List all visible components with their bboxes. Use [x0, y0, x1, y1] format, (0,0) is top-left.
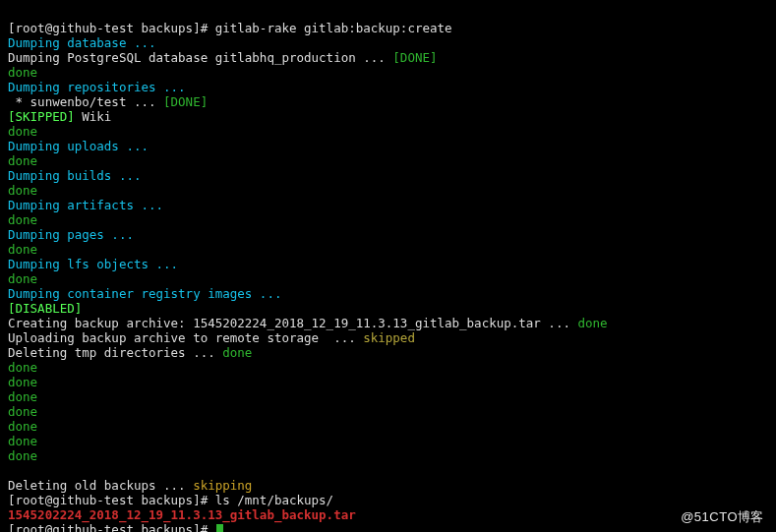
output-line: Dumping database ...: [8, 35, 156, 50]
status-done: done: [8, 434, 37, 448]
output-line: Dumping PostgreSQL database gitlabhq_pro…: [8, 50, 392, 65]
status-done: done: [577, 316, 607, 330]
prompt: [root@github-test backups]#: [8, 493, 215, 507]
status-done: done: [8, 404, 37, 419]
status-done: [DONE]: [163, 94, 208, 109]
command-text: gitlab-rake gitlab:backup:create: [215, 21, 452, 35]
status-done: [DONE]: [392, 50, 437, 65]
ls-output-file: 1545202224_2018_12_19_11.3.13_gitlab_bac…: [8, 507, 356, 522]
output-line: Wiki: [75, 109, 112, 124]
status-done: done: [8, 242, 37, 257]
status-skipped: skipped: [363, 330, 415, 345]
terminal-window[interactable]: [root@github-test backups]# gitlab-rake …: [0, 0, 776, 532]
status-done: done: [8, 124, 37, 139]
output-line: Dumping repositories ...: [8, 80, 186, 94]
status-skipping: skipping: [193, 478, 252, 493]
prompt[interactable]: [root@github-test backups]#: [8, 522, 215, 532]
command-text: ls /mnt/backups/: [215, 493, 333, 507]
output-line: Dumping builds ...: [8, 168, 141, 183]
status-done: done: [8, 448, 37, 463]
status-disabled: [DISABLED]: [8, 301, 82, 316]
status-done: done: [8, 360, 37, 375]
status-skipped: [SKIPPED]: [8, 109, 75, 124]
output-line: Dumping uploads ...: [8, 139, 149, 153]
output-line: Dumping pages ...: [8, 227, 134, 242]
cursor-icon: [216, 524, 223, 532]
output-line: Creating backup archive: 1545202224_2018…: [8, 316, 577, 330]
output-line: Dumping container registry images ...: [8, 286, 281, 301]
watermark-text: @51CTO博客: [681, 509, 764, 524]
status-done: done: [222, 345, 252, 360]
status-done: done: [8, 389, 37, 404]
output-line: Deleting old backups ...: [8, 478, 193, 493]
status-done: done: [8, 212, 37, 227]
output-line: Dumping artifacts ...: [8, 198, 163, 212]
output-line: Dumping lfs objects ...: [8, 257, 178, 271]
status-done: done: [8, 271, 37, 286]
status-done: done: [8, 153, 37, 168]
status-done: done: [8, 183, 37, 198]
output-line: * sunwenbo/test ...: [8, 94, 163, 109]
prompt: [root@github-test backups]#: [8, 21, 215, 35]
status-done: done: [8, 419, 37, 434]
output-line: Deleting tmp directories ...: [8, 345, 222, 360]
output-line: Uploading backup archive to remote stora…: [8, 330, 363, 345]
status-done: done: [8, 65, 37, 80]
status-done: done: [8, 375, 37, 389]
